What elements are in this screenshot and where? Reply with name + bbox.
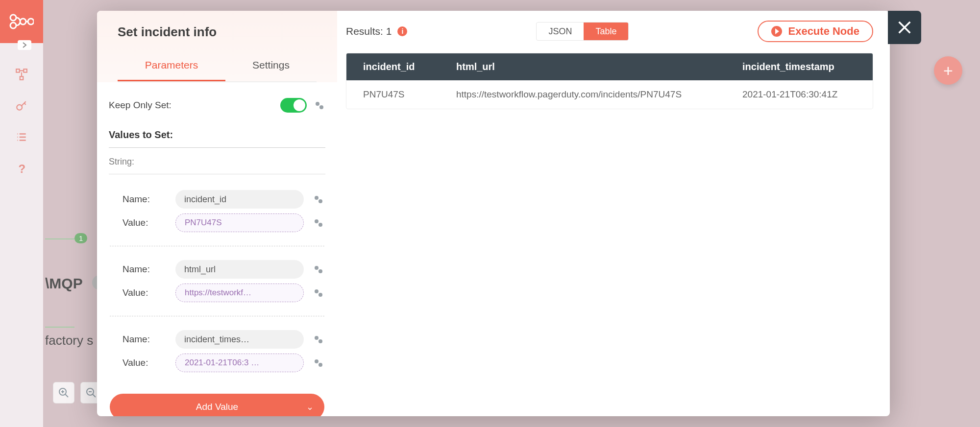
close-modal-button[interactable]	[888, 11, 921, 44]
app-logo[interactable]	[0, 0, 43, 43]
table-cell: 2021-01-21T06:30:41Z	[726, 80, 873, 109]
string-value-group: Name: incident_id Value: PN7U47S	[107, 178, 327, 244]
field-value-label: Value:	[122, 217, 167, 228]
svg-rect-4	[16, 69, 20, 72]
view-table-button[interactable]: Table	[584, 23, 628, 40]
info-icon[interactable]: i	[397, 26, 407, 36]
field-name-label: Name:	[122, 194, 167, 205]
execute-node-button[interactable]: Execute Node	[758, 21, 873, 42]
value-expression[interactable]: 2021-01-21T06:3 …	[175, 354, 304, 372]
param-options-button[interactable]	[313, 193, 324, 205]
field-value-label: Value:	[122, 287, 167, 298]
table-row: PN7U47S https://testworkflow.pagerduty.c…	[346, 80, 873, 109]
table-header: incident_id html_url incident_timestamp	[346, 53, 873, 80]
list-icon	[15, 131, 28, 143]
svg-point-17	[315, 266, 318, 270]
zoom-controls	[53, 382, 102, 403]
edge-count-badge: 1	[74, 233, 87, 243]
svg-point-2	[20, 19, 26, 24]
canvas-edge	[45, 327, 74, 328]
column-header: incident_id	[346, 53, 440, 80]
name-input[interactable]: incident_times…	[175, 330, 304, 349]
play-icon	[771, 26, 782, 37]
svg-point-24	[318, 363, 322, 367]
group-divider	[110, 316, 324, 316]
output-table: incident_id html_url incident_timestamp …	[346, 53, 873, 109]
add-node-button[interactable]: +	[934, 56, 962, 85]
sidebar-item-help[interactable]: ?	[15, 162, 28, 175]
name-input[interactable]: html_url	[175, 260, 304, 279]
keep-only-set-toggle[interactable]	[280, 98, 307, 113]
param-options-button[interactable]	[313, 263, 324, 275]
help-icon: ?	[15, 162, 28, 175]
panel-header: Set incident info Parameters Settings	[97, 11, 337, 82]
gears-icon	[313, 217, 324, 229]
param-options-button[interactable]	[313, 217, 324, 229]
results-count-label: Results: 1	[346, 25, 392, 37]
node-output-panel: Results: 1 i JSON Table Execute Node inc…	[337, 11, 890, 416]
gears-icon	[314, 99, 325, 111]
field-value-label: Value:	[122, 357, 167, 368]
field-name-label: Name:	[122, 264, 167, 275]
left-rail: ?	[0, 0, 43, 427]
workflow-icon	[15, 68, 28, 81]
view-json-button[interactable]: JSON	[537, 23, 584, 40]
view-toggle: JSON Table	[536, 22, 629, 41]
rail-expand-chevron[interactable]	[18, 40, 31, 50]
canvas-edge	[45, 238, 74, 239]
add-value-button[interactable]: Add Value ⌄	[110, 394, 324, 416]
values-to-set-heading: Values to Set:	[109, 129, 325, 148]
svg-point-11	[316, 102, 319, 106]
svg-rect-6	[20, 76, 24, 80]
tab-settings[interactable]: Settings	[225, 52, 317, 81]
svg-point-13	[315, 196, 318, 200]
table-cell: https://testworkflow.pagerduty.com/incid…	[440, 80, 726, 109]
key-icon	[15, 99, 28, 112]
output-toolbar: Results: 1 i JSON Table Execute Node	[346, 21, 873, 42]
param-options-button[interactable]	[314, 99, 325, 111]
zoom-in-button[interactable]	[53, 382, 74, 403]
panel-tabs: Parameters Settings	[118, 52, 317, 82]
chevron-right-icon	[22, 42, 27, 48]
canvas-node-factory-label: factory s	[45, 333, 93, 348]
keep-only-set-row: Keep Only Set:	[107, 95, 327, 116]
n8n-logo-icon	[9, 11, 34, 32]
gears-icon	[313, 357, 324, 369]
canvas-node-amqp-label: \MQP	[45, 275, 83, 292]
chevron-down-icon: ⌄	[306, 402, 314, 412]
node-editor-modal: Set incident info Parameters Settings Ke…	[97, 11, 890, 416]
svg-point-15	[315, 219, 318, 223]
svg-point-12	[319, 105, 323, 109]
svg-point-16	[318, 223, 322, 227]
svg-point-19	[315, 289, 318, 293]
string-value-group: Name: html_url Value: https://testworkf…	[107, 248, 327, 314]
svg-point-22	[318, 339, 322, 343]
param-options-button[interactable]	[313, 357, 324, 369]
svg-point-1	[10, 23, 16, 28]
column-header: incident_timestamp	[726, 53, 873, 80]
node-parameters-panel: Set incident info Parameters Settings Ke…	[97, 11, 337, 416]
svg-point-18	[318, 269, 322, 273]
panel-body: Keep Only Set: Values to Set: String: Na…	[97, 82, 337, 416]
value-expression[interactable]: PN7U47S	[175, 214, 304, 232]
string-value-group: Name: incident_times… Value: 2021-01-21T…	[107, 318, 327, 384]
sidebar-item-credentials[interactable]	[15, 99, 28, 113]
param-options-button[interactable]	[313, 333, 324, 345]
svg-text:?: ?	[19, 162, 26, 175]
svg-point-14	[318, 199, 322, 203]
param-options-button[interactable]	[313, 287, 324, 299]
sidebar-item-workflows[interactable]	[15, 68, 28, 81]
svg-point-20	[318, 293, 322, 297]
tab-parameters[interactable]: Parameters	[118, 52, 225, 81]
name-input[interactable]: incident_id	[175, 190, 304, 209]
svg-point-21	[315, 336, 318, 340]
group-divider	[110, 246, 324, 246]
column-header: html_url	[440, 53, 726, 80]
svg-point-0	[10, 15, 16, 21]
svg-point-23	[315, 359, 318, 363]
zoom-in-icon	[58, 387, 69, 398]
value-expression[interactable]: https://testworkf…	[175, 284, 304, 302]
svg-rect-5	[24, 69, 27, 72]
sidebar-item-executions[interactable]	[15, 130, 28, 144]
string-subheading: String:	[109, 157, 325, 174]
